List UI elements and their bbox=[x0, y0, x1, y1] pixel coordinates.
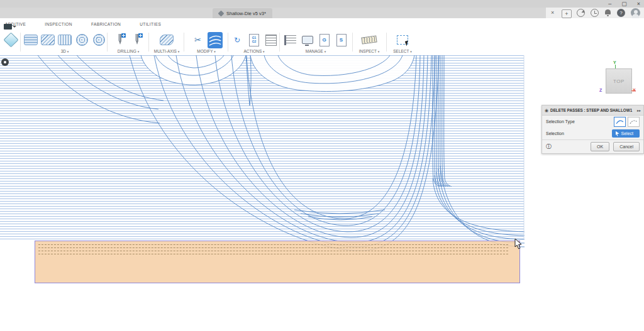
bore-button[interactable] bbox=[130, 32, 145, 48]
pocket-clearing-button[interactable] bbox=[40, 32, 55, 48]
tool-library-icon bbox=[284, 35, 296, 45]
document-icon bbox=[218, 10, 225, 16]
selection-type-dashed-button[interactable] bbox=[628, 117, 640, 127]
cancel-button[interactable]: Cancel bbox=[613, 142, 640, 151]
group-label-3d[interactable]: 3D ▾ bbox=[61, 49, 69, 53]
dialog-collapse-icon[interactable]: ▸▸ bbox=[637, 108, 641, 112]
selection-box-icon bbox=[397, 35, 408, 45]
close-button[interactable]: × bbox=[637, 0, 640, 8]
toolbar-separator bbox=[352, 33, 353, 52]
selection-type-label: Selection Type bbox=[546, 119, 575, 124]
delete-passes-button-active[interactable] bbox=[208, 32, 223, 48]
drill-icon bbox=[116, 34, 125, 46]
machine-library-button[interactable] bbox=[300, 32, 315, 48]
group-3d: 3D ▾ bbox=[23, 31, 107, 53]
swarf-icon bbox=[160, 35, 174, 45]
group-label-modify[interactable]: MODIFY ▾ bbox=[197, 49, 216, 53]
swarf-button[interactable] bbox=[159, 32, 174, 48]
plus-badge-icon bbox=[121, 33, 126, 38]
dialog-title: DELETE PASSES : STEEP AND SHALLOW1 bbox=[550, 108, 632, 112]
dialog-header[interactable]: ◉ DELETE PASSES : STEEP AND SHALLOW1 ▸▸ bbox=[542, 106, 643, 116]
group-label-inspect[interactable]: INSPECT ▾ bbox=[359, 49, 379, 53]
trim-toolpath-button[interactable]: ✂ bbox=[191, 32, 206, 48]
pocket-clearing-icon bbox=[41, 35, 55, 45]
generate-button[interactable]: ↻ bbox=[230, 32, 245, 48]
minimize-button[interactable]: – bbox=[608, 0, 611, 8]
mouse-cursor bbox=[514, 239, 523, 250]
group-multiaxis: MULTI-AXIS ▾ bbox=[151, 31, 182, 53]
setup-button[interactable] bbox=[3, 32, 18, 48]
group-label-actions[interactable]: ACTIONS ▾ bbox=[243, 49, 264, 53]
toolbar-separator bbox=[386, 33, 387, 52]
titlebar bbox=[0, 0, 644, 8]
notifications-bell-icon[interactable] bbox=[604, 9, 611, 17]
pointer-icon bbox=[616, 131, 619, 136]
selected-pass-line bbox=[38, 244, 508, 245]
axis-y-line bbox=[615, 65, 616, 68]
post-library-button[interactable]: G bbox=[317, 32, 332, 48]
toolbar-separator bbox=[107, 33, 108, 52]
selection-label: Selection bbox=[546, 131, 564, 136]
job-status-icon[interactable] bbox=[591, 9, 599, 17]
window-select-button[interactable] bbox=[395, 32, 410, 48]
chevron-down-icon: ▾ bbox=[214, 50, 216, 53]
setup-sheet-icon bbox=[265, 35, 277, 46]
info-icon[interactable]: ⓘ bbox=[546, 144, 552, 149]
group-setup bbox=[1, 31, 20, 48]
tool-library-button[interactable] bbox=[283, 32, 298, 48]
measure-button[interactable] bbox=[362, 32, 377, 48]
cursor-icon bbox=[405, 40, 409, 46]
group-select: SELECT ▾ bbox=[387, 31, 418, 53]
new-tab-button[interactable]: + bbox=[562, 9, 572, 18]
select-button[interactable]: Select bbox=[612, 129, 640, 138]
dialog-footer: ⓘ OK Cancel bbox=[542, 139, 643, 153]
plus-badge-icon bbox=[138, 33, 143, 38]
browser-toggle-icon[interactable] bbox=[1, 58, 9, 66]
drill-button[interactable] bbox=[113, 32, 128, 48]
group-label-multiaxis[interactable]: MULTI-AXIS ▾ bbox=[154, 49, 179, 53]
group-label-drilling[interactable]: DRILLING ▾ bbox=[118, 49, 139, 53]
generate-icon: ↻ bbox=[234, 36, 240, 45]
adaptive-clearing-button[interactable] bbox=[23, 32, 38, 48]
delete-passes-dialog: ◉ DELETE PASSES : STEEP AND SHALLOW1 ▸▸ … bbox=[541, 105, 644, 154]
machine-library-icon bbox=[302, 36, 313, 44]
group-manage: G S MANAGE ▾ bbox=[280, 31, 351, 53]
chevron-down-icon: ▾ bbox=[178, 50, 180, 53]
steep-shallow-button[interactable] bbox=[57, 32, 72, 48]
group-drilling: DRILLING ▾ bbox=[109, 31, 147, 53]
setup-sheet-button[interactable] bbox=[264, 32, 279, 48]
selection-row: Selection Select bbox=[542, 128, 643, 139]
workspace-switcher-icon[interactable] bbox=[4, 24, 12, 30]
spiral-button[interactable] bbox=[74, 32, 89, 48]
delete-passes-icon bbox=[208, 32, 223, 48]
sheet-library-icon: S bbox=[336, 34, 347, 46]
chevron-down-icon: ▾ bbox=[263, 50, 265, 53]
morph-icon bbox=[93, 34, 105, 46]
document-tab[interactable]: Shallow-Die v5 v3* bbox=[213, 8, 272, 18]
tab-utilities[interactable]: UTILITIES bbox=[140, 22, 161, 26]
axis-z-label: Z bbox=[599, 88, 602, 92]
tab-inspection[interactable]: INSPECTION bbox=[45, 22, 72, 26]
user-avatar[interactable] bbox=[631, 8, 640, 18]
group-actions: ↻ G1G2 ACTIONS ▾ bbox=[230, 31, 278, 53]
maximize-button[interactable]: ▢ bbox=[621, 0, 627, 8]
selection-region[interactable] bbox=[35, 241, 520, 283]
tab-close-icon[interactable]: × bbox=[551, 9, 554, 17]
viewcube[interactable]: TOP bbox=[606, 68, 632, 94]
steep-shallow-icon bbox=[58, 35, 72, 45]
tab-fabrication[interactable]: FABRICATION bbox=[91, 22, 121, 26]
setup-sheet-library-button[interactable]: S bbox=[334, 32, 349, 48]
morph-button[interactable] bbox=[91, 32, 106, 48]
help-icon[interactable]: ? bbox=[617, 9, 625, 17]
selection-type-curve-button[interactable] bbox=[614, 117, 626, 127]
document-title: Shallow-Die v5 v3* bbox=[226, 11, 266, 16]
group-label-select[interactable]: SELECT ▾ bbox=[393, 49, 412, 53]
chevron-down-icon: ▾ bbox=[138, 50, 140, 53]
axis-x-line bbox=[631, 90, 636, 91]
group-label-manage[interactable]: MANAGE ▾ bbox=[306, 49, 326, 53]
ok-button[interactable]: OK bbox=[591, 142, 609, 151]
spiral-icon bbox=[76, 34, 88, 46]
viewport-canvas[interactable]: TOP Y Z X ◉ DELETE PASSES : STEEP AND SH… bbox=[0, 55, 644, 331]
post-process-button[interactable]: G1G2 bbox=[247, 32, 262, 48]
extensions-icon[interactable] bbox=[577, 9, 585, 17]
